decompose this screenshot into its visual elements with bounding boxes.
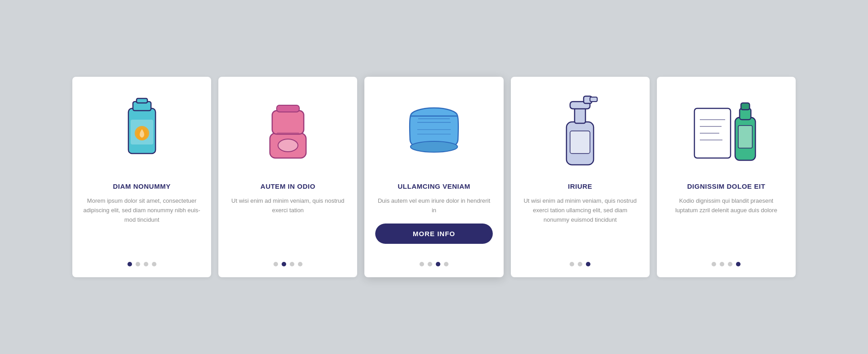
card-1-dots (127, 253, 156, 266)
more-info-button[interactable]: MORE INFO (375, 224, 492, 244)
card-3-text: Duis autem vel eum iriure dolor in hendr… (375, 196, 492, 215)
dot (444, 262, 448, 266)
card-2-dots (274, 253, 302, 266)
dot (720, 262, 724, 266)
card-2-title: AUTEM IN ODIO (260, 182, 316, 190)
card-3-dots (420, 253, 448, 266)
dot (586, 262, 590, 266)
dot (436, 262, 440, 266)
dot (274, 262, 278, 266)
svg-rect-10 (277, 105, 299, 112)
card-5: DIGNISSIM DOLOE EIT Kodio dignissim qui … (657, 77, 796, 277)
card-4-dots (570, 253, 590, 266)
svg-rect-18 (570, 131, 590, 154)
card-1: DIAM NONUMMY Morem ipsum dolor sit amet,… (72, 77, 211, 277)
dot (736, 262, 741, 266)
dot (136, 262, 140, 266)
svg-rect-22 (590, 97, 597, 102)
dot (298, 262, 302, 266)
svg-rect-31 (738, 126, 752, 148)
card-4-icon-area (522, 90, 639, 172)
card-3: ULLAMCING VENIAM Duis autem vel eum iriu… (364, 77, 503, 277)
card-5-title: DIGNISSIM DOLOE EIT (687, 182, 765, 190)
card-2-icon-area (229, 90, 346, 172)
dot (428, 262, 432, 266)
svg-point-7 (278, 139, 298, 152)
cards-container: DIAM NONUMMY Morem ipsum dolor sit amet,… (72, 77, 796, 277)
soap-bar-icon (261, 97, 315, 165)
dot (578, 262, 582, 266)
card-5-text: Kodio dignissim qui blandit praesent lup… (668, 196, 785, 253)
svg-rect-2 (137, 98, 147, 103)
bottle-set-icon (690, 95, 762, 167)
svg-rect-30 (741, 103, 750, 110)
dot (712, 262, 716, 266)
dot (144, 262, 148, 266)
dot (152, 262, 156, 266)
dot (290, 262, 294, 266)
card-2-text: Ut wisi enim ad minim veniam, quis nostr… (229, 196, 346, 253)
card-5-icon-area (668, 90, 785, 172)
cream-jar-icon (400, 102, 468, 160)
card-3-title: ULLAMCING VENIAM (398, 182, 471, 190)
card-2: AUTEM IN ODIO Ut wisi enim ad minim veni… (218, 77, 357, 277)
svg-rect-9 (277, 132, 299, 135)
lotion-tube-icon (117, 95, 167, 167)
card-4-text: Ut wisi enim ad minim veniam, quis nostr… (522, 196, 639, 253)
card-1-title: DIAM NONUMMY (113, 182, 171, 190)
card-1-text: Morem ipsum dolor sit amet, consectetuer… (83, 196, 200, 253)
card-4-title: IRIURE (568, 182, 592, 190)
svg-rect-8 (272, 111, 304, 134)
dot (127, 262, 132, 266)
dot (420, 262, 424, 266)
card-5-dots (712, 253, 741, 266)
pump-bottle-icon (557, 93, 603, 169)
card-3-icon-area (375, 90, 492, 172)
card-1-icon-area (83, 90, 200, 172)
svg-point-12 (410, 141, 458, 152)
dot (570, 262, 574, 266)
card-4: IRIURE Ut wisi enim ad minim veniam, qui… (511, 77, 650, 277)
dot (728, 262, 732, 266)
dot (282, 262, 286, 266)
